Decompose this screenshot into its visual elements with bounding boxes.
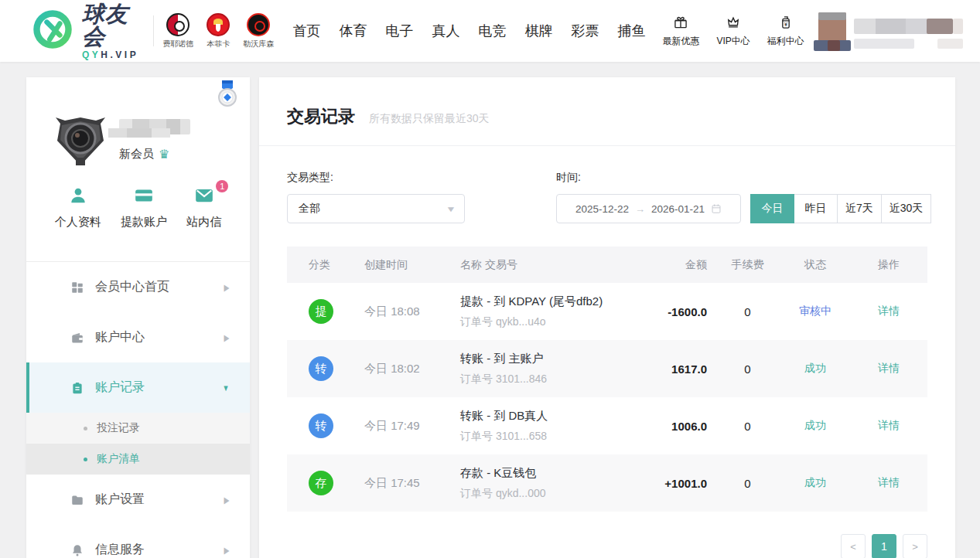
sidebar: 新会员 ♛ 个人资料 提款账户 1 站内信 会员中心首页: [26, 77, 250, 558]
sidebar-subitem-bet-records[interactable]: 投注记录: [26, 413, 250, 444]
nav-chess[interactable]: 棋牌: [524, 22, 552, 40]
username-redacted: [119, 119, 190, 134]
withdraw-type-badge: 提: [309, 299, 333, 324]
status-badge: 成功: [780, 362, 850, 376]
sidebar-item-account-records[interactable]: 账户记录 ▼: [26, 362, 250, 413]
quick-action-profile[interactable]: 个人资料: [55, 185, 101, 230]
leverkusen-badge-icon: [247, 13, 270, 36]
divider: [153, 15, 154, 46]
arrow-right-icon: →: [635, 203, 645, 215]
range-30days-button[interactable]: 近30天: [881, 194, 932, 223]
nav-sports[interactable]: 体育: [339, 22, 367, 40]
fee-value: 0: [715, 420, 780, 433]
prev-page-button[interactable]: <: [841, 534, 866, 558]
next-page-button[interactable]: >: [903, 534, 927, 558]
fee-value: 0: [715, 477, 780, 490]
bullet-icon: [84, 427, 87, 430]
range-yesterday-button[interactable]: 昨日: [794, 194, 838, 223]
avatar[interactable]: [53, 114, 108, 172]
nav-vip-center[interactable]: VIP中心: [716, 15, 750, 48]
pagination: < 1 >: [841, 534, 927, 558]
site-logo[interactable]: 球友会 QYH.VIP: [31, 3, 144, 60]
chevron-right-icon: ▶: [224, 282, 230, 292]
sidebar-menu: 会员中心首页 ▶ 账户中心 ▶ 账户记录 ▼ 投注记录 账户清单 账户设置 ▶: [26, 262, 250, 558]
type-select[interactable]: 全部 ▼: [287, 194, 465, 223]
range-7days-button[interactable]: 近7天: [837, 194, 882, 223]
chevron-right-icon: ▶: [224, 332, 230, 342]
bank-card-icon: [133, 185, 155, 209]
logo-title: 球友会: [82, 3, 144, 48]
transactions-table: 分类 创建时间 名称 交易号 金额 手续费 状态 操作 提 今日 18:08 提…: [287, 247, 927, 512]
transaction-name: 提款 - 到 KDPAY (尾号dfb2): [460, 294, 622, 309]
nav-icon-links: 最新优惠 VIP中心 ¥ 福利中心: [662, 15, 804, 48]
transfer-type-badge: 转: [309, 413, 333, 438]
nav-welfare-center[interactable]: ¥ 福利中心: [767, 15, 804, 48]
type-select-value: 全部: [299, 202, 320, 216]
wallet-icon: [70, 331, 84, 345]
order-number: 订单号 qykb...u4o: [460, 315, 622, 329]
range-today-button[interactable]: 今日: [750, 194, 794, 223]
sidebar-item-info-services[interactable]: 信息服务 ▶: [26, 525, 250, 558]
sidebar-item-member-home[interactable]: 会员中心首页 ▶: [26, 262, 250, 312]
quick-actions: 个人资料 提款账户 1 站内信: [26, 185, 250, 230]
bullet-icon: [84, 458, 87, 461]
profile-summary: 新会员 ♛: [26, 108, 250, 185]
nav-esports[interactable]: 电竞: [478, 22, 506, 40]
sponsor-feyenoord: 费耶诺德: [161, 13, 195, 49]
amount-value: -1600.0: [622, 305, 715, 318]
details-link[interactable]: 详情: [850, 362, 927, 376]
table-header-row: 分类 创建时间 名称 交易号 金额 手续费 状态 操作: [287, 247, 927, 283]
details-link[interactable]: 详情: [850, 476, 927, 490]
user-account-redacted[interactable]: [804, 9, 952, 53]
amount-value: +1001.0: [622, 477, 715, 490]
details-link[interactable]: 详情: [850, 305, 927, 318]
coin-jar-icon: ¥: [778, 15, 794, 33]
date-range-picker[interactable]: 2025-12-22 → 2026-01-21: [556, 194, 741, 223]
order-number: 订单号 3101...658: [460, 430, 622, 444]
main-panel: 交易记录 所有数据只保留最近30天 交易类型: 全部 ▼ 时间: 2025-12…: [259, 77, 955, 558]
nav-promotions[interactable]: 最新优惠: [662, 15, 699, 48]
sponsor-badges: 费耶诺德 本菲卡 勒沃库森: [161, 13, 275, 49]
envelope-icon: [193, 185, 215, 209]
crown-icon: [726, 15, 741, 33]
nav-lottery[interactable]: 彩票: [571, 22, 599, 40]
clipboard-icon: [70, 381, 84, 395]
sponsor-benfica: 本菲卡: [201, 13, 235, 49]
chevron-right-icon: ▶: [224, 495, 230, 505]
transaction-name: 存款 - K豆钱包: [460, 466, 622, 481]
transaction-name: 转账 - 到 主账户: [460, 352, 622, 366]
benfica-badge-icon: [207, 13, 230, 36]
transfer-type-badge: 转: [309, 356, 333, 381]
sidebar-item-account-center[interactable]: 账户中心 ▶: [26, 312, 250, 362]
chevron-right-icon: ▶: [224, 545, 230, 555]
quick-action-withdraw-account[interactable]: 提款账户: [121, 185, 167, 230]
svg-text:¥: ¥: [784, 21, 787, 27]
fee-value: 0: [715, 305, 780, 318]
page-1-button[interactable]: 1: [872, 534, 896, 558]
fee-value: 0: [715, 362, 780, 376]
order-number: 订单号 qykd...000: [460, 487, 622, 501]
time-filter: 时间: 2025-12-22 → 2026-01-21 今日 昨日 近7天 近3…: [556, 171, 931, 223]
date-start-value: 2025-12-22: [575, 203, 629, 215]
deposit-type-badge: 存: [309, 471, 333, 495]
details-link[interactable]: 详情: [850, 419, 927, 433]
page-title: 交易记录: [287, 105, 355, 128]
nav-fishing[interactable]: 捕鱼: [617, 22, 645, 40]
nav-live[interactable]: 真人: [432, 22, 459, 40]
chevron-down-icon: ▼: [446, 205, 456, 213]
sidebar-item-account-settings[interactable]: 账户设置 ▶: [26, 475, 250, 525]
date-end-value: 2026-01-21: [651, 203, 705, 215]
main-nav: 首页 体育 电子 真人 电竞 棋牌 彩票 捕鱼: [292, 22, 645, 40]
type-filter-label: 交易类型:: [287, 171, 465, 185]
quick-action-inbox[interactable]: 1 站内信: [186, 185, 221, 230]
transaction-name: 转账 - 到 DB真人: [460, 409, 622, 424]
amount-value: 1617.0: [622, 362, 715, 376]
table-row: 转 今日 17:49 转账 - 到 DB真人 订单号 3101...658 10…: [287, 397, 927, 454]
nav-home[interactable]: 首页: [292, 22, 320, 40]
quick-range-buttons: 今日 昨日 近7天 近30天: [751, 194, 931, 223]
nav-slots[interactable]: 电子: [385, 22, 413, 40]
sidebar-subitem-account-statement[interactable]: 账户清单: [26, 444, 250, 475]
top-navbar: 球友会 QYH.VIP 费耶诺德 本菲卡 勒沃库森 首页 体育 电子 真人 电竞…: [0, 0, 980, 62]
sponsor-leverkusen: 勒沃库森: [241, 13, 275, 49]
logo-subtitle: QYH.VIP: [82, 50, 144, 60]
